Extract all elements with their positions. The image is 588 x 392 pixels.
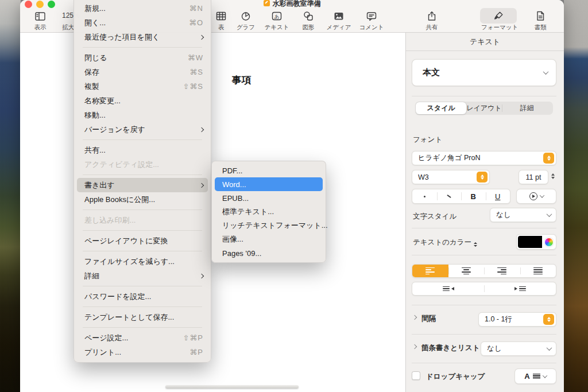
file-menu-item[interactable] (83, 230, 202, 231)
tab[interactable]: スタイル (416, 102, 466, 114)
file-menu-item[interactable]: 書き出す (77, 178, 208, 192)
tab[interactable]: レイアウト (466, 102, 501, 114)
disclosure-icon[interactable] (412, 344, 417, 349)
tab[interactable]: 詳細 (502, 102, 552, 114)
font-size-stepper[interactable] (551, 173, 555, 179)
file-menu-item[interactable]: 詳細 (77, 269, 208, 283)
color-swatch-black[interactable] (518, 236, 542, 248)
document-heading: 事項 (232, 74, 251, 87)
style-tabs: スタイル レイアウト 詳細 (415, 102, 553, 115)
document-settings-button[interactable]: 書類 (523, 8, 558, 32)
export-submenu-item[interactable]: 標準テキスト... (215, 205, 323, 219)
bold-button[interactable]: B (461, 189, 486, 203)
indent-icon (514, 286, 526, 292)
file-menu-item[interactable]: 複製 ⇧⌘S (77, 79, 208, 94)
file-menu-item[interactable] (83, 139, 202, 140)
file-menu-item[interactable] (83, 174, 202, 175)
italic-style-button[interactable] (437, 189, 462, 203)
insert-text-button[interactable]: あ テキスト (260, 8, 294, 32)
file-menu-item[interactable]: バージョンを戻す (77, 122, 208, 137)
text-color-well[interactable] (516, 234, 556, 250)
align-right-icon (497, 267, 506, 274)
stepper-icon[interactable] (477, 172, 488, 183)
file-menu-item[interactable]: 最近使った項目を開く (77, 30, 208, 44)
decrease-indent-button[interactable] (412, 282, 484, 295)
file-menu-item[interactable]: 移動... (77, 108, 208, 122)
export-submenu-item[interactable]: リッチテキストフォーマット... (215, 219, 323, 232)
file-menu-item[interactable] (83, 47, 202, 48)
insert-shape-button[interactable]: 図形 (291, 8, 326, 32)
share-button[interactable]: 共有 (415, 8, 449, 32)
close-window-button[interactable] (25, 1, 32, 8)
export-submenu-item[interactable]: EPUB... (215, 191, 323, 205)
file-menu-item[interactable] (83, 306, 202, 307)
page-bottom-edge (165, 385, 299, 389)
advanced-text-options-button[interactable] (516, 189, 556, 204)
character-format-group: B U (412, 189, 510, 204)
file-menu-item[interactable]: 開く... ⌘O (77, 15, 208, 30)
file-menu-item[interactable]: ページレイアウトに変換 (77, 234, 208, 248)
file-menu-item[interactable]: 保存 ⌘S (77, 65, 208, 79)
file-menu-item[interactable]: 共有... (77, 143, 208, 157)
font-family-select[interactable]: ヒラギノ角ゴ ProN (412, 151, 556, 165)
insert-chart-button[interactable]: グラフ (229, 8, 263, 32)
view-button[interactable]: 表示 (23, 8, 57, 32)
char-style-select[interactable]: なし (490, 208, 556, 222)
insert-media-button[interactable]: メディア (322, 8, 356, 32)
underline-button[interactable]: U (486, 189, 510, 203)
screen: 水彩画教室準備 表示 125% 拡大 表 (0, 0, 588, 392)
stepper-icon[interactable] (543, 314, 554, 325)
file-menu-item[interactable] (83, 251, 202, 251)
chart-icon (229, 8, 263, 24)
comment-button[interactable]: コメント (354, 8, 389, 32)
increase-indent-button[interactable] (484, 282, 556, 295)
color-wheel-icon[interactable] (544, 238, 554, 247)
file-menu-item[interactable]: ページ設定... ⇧⌘P (77, 331, 208, 345)
file-menu-item[interactable]: アクティビティ設定... (77, 157, 208, 172)
dot-style-button[interactable] (412, 189, 437, 203)
file-menu-item[interactable] (83, 209, 202, 210)
format-button[interactable]: フォーマット (481, 8, 516, 32)
font-size-field[interactable]: 11 pt (519, 170, 548, 184)
align-right-button[interactable] (484, 265, 520, 277)
align-justify-button[interactable] (520, 265, 556, 277)
file-menu-item[interactable]: プリント... ⌘P (77, 345, 208, 359)
outdent-icon (443, 286, 454, 292)
font-weight-select[interactable]: W3 (412, 170, 490, 184)
minimize-window-button[interactable] (36, 1, 44, 8)
align-center-button[interactable] (448, 265, 485, 277)
zoom-window-button[interactable] (48, 1, 55, 8)
sidebar-header: テキスト (406, 33, 564, 51)
stepper-icon[interactable] (543, 153, 554, 164)
spacing-select[interactable]: 1.0 - 1行 (478, 312, 556, 327)
shapes-icon (291, 8, 326, 24)
file-menu-item[interactable] (83, 286, 202, 286)
submenu-arrow-icon (199, 127, 204, 131)
export-submenu-item[interactable]: 画像... (215, 232, 323, 246)
file-menu-item[interactable]: パスワードを設定... (77, 289, 208, 304)
export-submenu-item[interactable]: Word... (215, 177, 323, 191)
align-left-button[interactable] (412, 265, 448, 277)
char-style-label: 文字スタイル (413, 212, 457, 222)
dropcap-style-button[interactable]: A (514, 368, 556, 384)
file-menu-item[interactable]: Apple Booksに公開... (77, 192, 208, 207)
file-menu-item[interactable]: 名称変更... (77, 94, 208, 108)
export-submenu-item[interactable]: PDF... (215, 164, 323, 177)
file-menu-item[interactable]: テンプレートとして保存... (77, 310, 208, 324)
dropcap-checkbox[interactable] (412, 371, 420, 380)
file-menu-item[interactable]: 新規... ⌘N (77, 1, 208, 15)
file-menu-item[interactable]: ファイルサイズを減らす... (77, 254, 208, 269)
file-menu-item[interactable] (83, 327, 202, 328)
view-sidebar-icon (23, 8, 57, 24)
bullets-select[interactable]: なし (481, 341, 556, 356)
file-menu-item[interactable]: 閉じる ⌘W (77, 51, 208, 65)
disclosure-icon[interactable] (412, 315, 417, 320)
indent-group (412, 282, 556, 296)
submenu-arrow-icon (199, 34, 204, 39)
submenu-arrow-icon (199, 183, 204, 187)
slash-icon (447, 195, 451, 198)
file-menu-item[interactable]: 差し込み印刷... (77, 213, 208, 227)
export-submenu-item[interactable]: Pages '09... (215, 246, 323, 260)
file-menu: 新規... ⌘N 開く... ⌘O 最近使った項目を開く (74, 0, 211, 363)
paragraph-style-select[interactable]: 本文 (412, 59, 556, 86)
